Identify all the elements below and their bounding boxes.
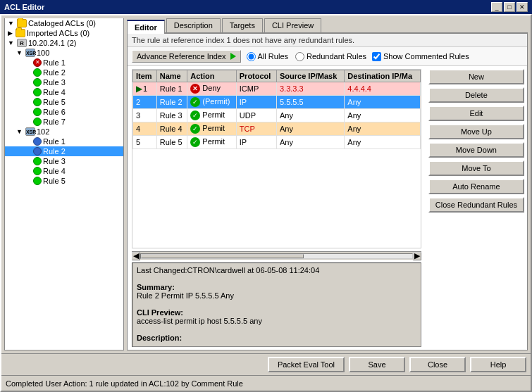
cell-name: Rule 4 [156, 122, 187, 136]
save-button[interactable]: Save [349, 357, 405, 372]
table-row[interactable]: 2Rule 2✓ (Permit)IP5.5.5.5Any [133, 96, 421, 109]
cell-protocol: IP [236, 136, 276, 149]
tree-100-rule2[interactable]: Rule 2 [5, 68, 123, 77]
help-button[interactable]: Help [470, 357, 526, 372]
all-rules-radio[interactable] [247, 52, 256, 61]
show-commented-rules-label[interactable]: Show Commented Rules [372, 52, 469, 61]
scrollbar-track[interactable] [140, 253, 413, 259]
rule-status-icon [33, 68, 42, 77]
cell-source: Any [276, 109, 344, 122]
tab-targets[interactable]: Targets [222, 18, 263, 32]
redundant-rules-radio-label[interactable]: Redundant Rules [295, 52, 366, 61]
all-rules-radio-label[interactable]: All Rules [247, 52, 288, 61]
minimize-button[interactable]: _ [491, 2, 502, 12]
horizontal-scrollbar[interactable]: ◀ ▶ [132, 251, 421, 260]
cell-source: Any [276, 136, 344, 149]
redundant-rules-radio[interactable] [295, 52, 304, 61]
close-button[interactable]: Close [409, 357, 466, 372]
new-button[interactable]: New [428, 69, 524, 84]
scroll-right-button[interactable]: ▶ [413, 252, 421, 260]
tree-100-rule4[interactable]: Rule 4 [5, 87, 123, 97]
scrollbar-thumb[interactable] [141, 254, 304, 258]
rule-status-icon [33, 98, 42, 106]
close-redundant-button[interactable]: Close Redundant Rules [428, 197, 524, 213]
middle-section: Item Name Action Protocol Source IP/Mask… [128, 66, 527, 350]
tab-editor[interactable]: Editor [127, 20, 165, 34]
expand-icon: ▼ [16, 128, 23, 135]
cell-destination: 4.4.4.4 [345, 82, 420, 96]
delete-button[interactable]: Delete [428, 87, 524, 103]
arrow-right-icon [230, 53, 236, 60]
tree-router-10-20[interactable]: ▼ R 10.20.24.1 (2) [5, 38, 123, 48]
packet-eval-button[interactable]: Packet Eval Tool [268, 357, 345, 372]
tree-102-rule3[interactable]: Rule 3 [5, 156, 123, 166]
window-title: ACL Editor [4, 3, 44, 11]
right-panel: Editor Description Targets CLI Preview T… [127, 18, 528, 350]
tree-100-rule3[interactable]: Rule 3 [5, 77, 123, 87]
cell-protocol: IP [236, 96, 276, 109]
tab-cli-preview[interactable]: CLI Preview [264, 18, 321, 32]
expand-icon: ▼ [8, 20, 14, 27]
move-up-button[interactable]: Move Up [428, 124, 524, 139]
tree-102-rule2[interactable]: Rule 2 [5, 146, 123, 156]
move-down-button[interactable]: Move Down [428, 142, 524, 158]
cell-name: Rule 1 [156, 82, 187, 96]
cell-source: 5.5.5.5 [276, 96, 344, 109]
content-area: ▼ Cataloged ACLs (0) ▶ Imported ACLs (0)… [1, 15, 531, 353]
summary-label: Summary: [137, 283, 416, 291]
info-panel: Last Changed:CTRON\cardwell at 06-05-08 … [132, 263, 421, 347]
tree-acl-100[interactable]: ▼ XSR 100 [5, 48, 123, 58]
cell-name: Rule 3 [156, 109, 187, 122]
cell-destination: Any [345, 96, 420, 109]
description-label: Description: [137, 334, 416, 342]
scroll-left-button[interactable]: ◀ [132, 252, 140, 260]
tree-102-rule5[interactable]: Rule 5 [5, 176, 123, 186]
cell-item: ▶1 [133, 82, 157, 96]
toolbar-row: Advance Reference Index All Rules Redund… [128, 47, 527, 66]
tree-imported-acls[interactable]: ▶ Imported ACLs (0) [5, 28, 123, 38]
cell-destination: Any [345, 109, 420, 122]
show-commented-rules-checkbox[interactable] [372, 52, 381, 61]
tree-acl-102[interactable]: ▼ XSR 102 [5, 127, 123, 137]
tab-description[interactable]: Description [166, 18, 221, 32]
cli-preview-text: access-list permit ip host 5.5.5.5 any [137, 317, 416, 325]
cli-preview-label: CLI Preview: [137, 308, 416, 317]
cell-source: 3.3.3.3 [276, 82, 344, 96]
edit-button[interactable]: Edit [428, 106, 524, 121]
summary-text: Rule 2 Permit IP 5.5.5.5 Any [137, 291, 416, 300]
cell-action: ✓ (Permit) [187, 96, 237, 109]
maximize-button[interactable]: □ [504, 2, 515, 12]
title-bar: ACL Editor _ □ ✕ [0, 0, 532, 14]
cell-protocol: TCP [236, 122, 276, 136]
tree-cataloged-acls[interactable]: ▼ Cataloged ACLs (0) [5, 18, 123, 28]
cell-item: 3 [133, 109, 157, 122]
right-buttons-panel: New Delete Edit Move Up Move Down Move T… [426, 66, 527, 350]
col-dest: Destination IP/Ma [345, 70, 420, 82]
folder-icon [17, 19, 27, 27]
tree-100-rule1[interactable]: Rule 1 [5, 58, 123, 68]
last-changed-text: Last Changed:CTRON\cardwell at 06-05-08 … [137, 266, 416, 274]
tree-102-rule1[interactable]: Rule 1 [5, 137, 123, 146]
tree-100-rule6[interactable]: Rule 6 [5, 107, 123, 117]
advance-reference-button[interactable]: Advance Reference Index [132, 50, 241, 63]
cell-action: ✓ Permit [187, 122, 237, 136]
rule-status-icon [33, 177, 42, 185]
cell-name: Rule 5 [156, 136, 187, 149]
window-close-button[interactable]: ✕ [516, 2, 528, 12]
move-to-button[interactable]: Move To [428, 160, 524, 176]
tree-100-rule5[interactable]: Rule 5 [5, 97, 123, 107]
tree-100-rule7[interactable]: Rule 7 [5, 117, 123, 127]
table-row[interactable]: 5Rule 5✓ PermitIPAnyAny [133, 136, 421, 149]
table-row[interactable]: 4Rule 4✓ PermitTCPAnyAny [133, 122, 421, 136]
rules-table-container[interactable]: Item Name Action Protocol Source IP/Mask… [132, 69, 421, 248]
expand-icon: ▶ [8, 30, 13, 37]
rule-status-icon [33, 58, 42, 67]
rule-status-icon [33, 157, 42, 165]
window-controls[interactable]: _ □ ✕ [491, 2, 528, 12]
table-row[interactable]: 3Rule 3✓ PermitUDPAnyAny [133, 109, 421, 122]
cell-action: ✕ Deny [187, 82, 237, 96]
rule-status-icon [33, 108, 42, 116]
auto-rename-button[interactable]: Auto Rename [428, 179, 524, 194]
tree-102-rule4[interactable]: Rule 4 [5, 166, 123, 176]
table-row[interactable]: ▶1Rule 1✕ DenyICMP3.3.3.34.4.4.4 [133, 82, 421, 96]
